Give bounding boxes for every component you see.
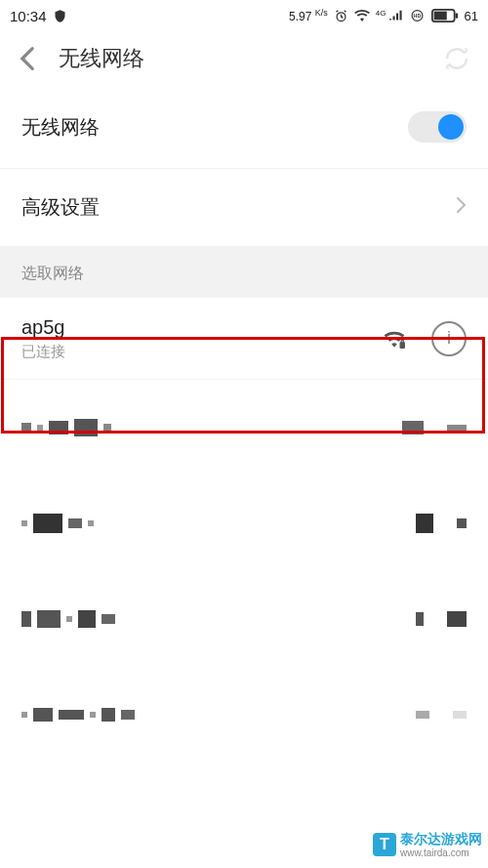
network-status: 已连接: [21, 343, 365, 361]
choose-network-header: 选取网络: [0, 246, 488, 298]
network-item[interactable]: [0, 667, 488, 763]
network-name: ap5g: [21, 316, 365, 339]
chevron-right-icon: [455, 195, 467, 220]
svg-rect-7: [401, 340, 403, 342]
advanced-settings-label: 高级设置: [21, 194, 455, 221]
status-bar: 10:34 5.97 K/s 4G HD 61: [0, 0, 488, 31]
hd-icon: HD: [409, 9, 426, 22]
data-rate: 5.97 K/s: [289, 8, 328, 23]
wifi-toggle-label: 无线网络: [21, 114, 408, 141]
toggle-knob: [438, 114, 464, 140]
battery-icon: [431, 9, 459, 22]
watermark-logo: T: [373, 833, 396, 856]
alarm-icon: [334, 9, 348, 23]
shield-icon: [53, 9, 67, 23]
wifi-toggle-row[interactable]: 无线网络: [0, 86, 488, 169]
svg-rect-5: [433, 12, 446, 21]
status-time: 10:34: [10, 8, 47, 24]
cellular-signal: 4G: [376, 9, 403, 22]
network-item[interactable]: [0, 475, 488, 571]
page-title: 无线网络: [59, 44, 422, 73]
wifi-toggle[interactable]: [408, 111, 467, 143]
svg-text:HD: HD: [413, 13, 421, 19]
watermark-url: www.tairda.com: [400, 848, 482, 858]
network-item-connected[interactable]: ap5g 已连接 i: [0, 298, 488, 380]
battery-level: 61: [465, 9, 478, 23]
advanced-settings-row[interactable]: 高级设置: [0, 169, 488, 246]
svg-rect-4: [455, 13, 458, 18]
page-header: 无线网络: [0, 31, 488, 86]
network-item[interactable]: [0, 380, 488, 475]
settings-section: 无线网络 高级设置: [0, 86, 488, 246]
wifi-signal-icon: [379, 328, 410, 350]
watermark-text: 泰尔达游戏网: [400, 831, 482, 847]
info-icon[interactable]: i: [431, 321, 467, 356]
refresh-icon[interactable]: [439, 41, 474, 76]
back-icon[interactable]: [14, 46, 41, 71]
wifi-status-icon: [354, 10, 370, 21]
choose-network-label: 选取网络: [21, 265, 84, 281]
watermark: T 泰尔达游戏网 www.tairda.com: [373, 831, 482, 858]
network-list-blurred: [0, 380, 488, 763]
network-item[interactable]: [0, 571, 488, 667]
